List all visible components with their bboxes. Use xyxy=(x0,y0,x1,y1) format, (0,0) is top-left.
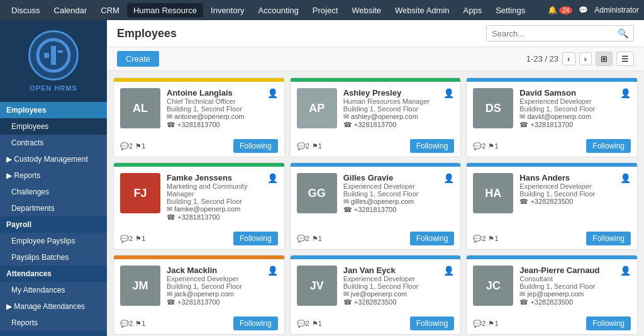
sidebar-item-payslips-batches[interactable]: Payslips Batches xyxy=(0,249,107,266)
following-button[interactable]: Following xyxy=(586,139,631,153)
search-input[interactable] xyxy=(487,26,613,41)
card-body: AP Ashley Presley Human Resources Manage… xyxy=(291,82,461,135)
employee-row: AL Antoine Langlais Chief Technical Offi… xyxy=(113,77,638,157)
card-avatar: FJ xyxy=(120,173,160,213)
alert-count: ⚑1 xyxy=(135,320,145,328)
card-body: DS David Samson Experienced Developer Bu… xyxy=(467,82,637,135)
card-stats: 💬2 ⚑1 xyxy=(473,235,498,243)
sidebar-item-employee-payslips[interactable]: Employee Payslips xyxy=(0,233,107,249)
card-info: Hans Anders Experienced Developer Buildi… xyxy=(519,173,614,221)
sidebar: OPEN HRMS EmployeesEmployeesContracts▶ C… xyxy=(0,20,107,336)
card-location: Building 1, Second Floor xyxy=(167,283,261,290)
employee-card[interactable]: HA Hans Anders Experienced Developer Bui… xyxy=(466,162,638,250)
prev-page-button[interactable]: ‹ xyxy=(562,52,575,65)
card-stats: 💬2 ⚑1 xyxy=(297,320,322,328)
following-button[interactable]: Following xyxy=(410,139,455,153)
card-footer: 💬2 ⚑1 Following xyxy=(114,228,284,249)
card-stats: 💬2 ⚑1 xyxy=(120,235,145,243)
card-phone: ☎ +3281813700 xyxy=(519,121,614,129)
card-avatar: AP xyxy=(297,88,337,128)
admin-label[interactable]: Administrator xyxy=(594,6,639,14)
card-footer: 💬2 ⚑1 Following xyxy=(291,228,461,249)
chat-count: 💬2 xyxy=(120,142,133,150)
card-phone: ☎ +3281813700 xyxy=(343,121,438,129)
sidebar-item-employees[interactable]: Employees xyxy=(0,118,107,135)
logo-svg xyxy=(35,36,72,74)
card-name: Gilles Gravie xyxy=(343,173,438,182)
card-role: Experienced Developer xyxy=(167,275,261,283)
sidebar-item-custody-management[interactable]: ▶ Custody Management xyxy=(0,151,107,167)
svg-rect-2 xyxy=(44,53,49,58)
card-info: Jean-Pierre Carnaud Consultant Building … xyxy=(519,266,614,306)
chat-count: 💬2 xyxy=(297,142,309,150)
nav-item-calendar[interactable]: Calendar xyxy=(48,3,94,18)
card-role: Consultant xyxy=(519,275,614,283)
sidebar-section-payroll[interactable]: Payroll xyxy=(0,216,107,233)
following-button[interactable]: Following xyxy=(233,316,278,330)
person-icon: 👤 xyxy=(267,266,278,306)
card-role: Experienced Developer xyxy=(343,275,438,283)
employee-card[interactable]: AL Antoine Langlais Chief Technical Offi… xyxy=(113,77,285,157)
following-button[interactable]: Following xyxy=(586,316,631,330)
sidebar-section-leaves[interactable]: Leaves xyxy=(0,331,107,336)
following-button[interactable]: Following xyxy=(586,232,631,245)
sidebar-item-my-attendances[interactable]: My Attendances xyxy=(0,282,107,298)
following-button[interactable]: Following xyxy=(410,232,455,245)
list-view-button[interactable]: ☰ xyxy=(616,52,634,66)
nav-item-project[interactable]: Project xyxy=(306,3,344,18)
notif-badge: 24 xyxy=(559,6,572,14)
grid-view-button[interactable]: ⊞ xyxy=(596,52,613,66)
card-footer: 💬2 ⚑1 Following xyxy=(114,313,284,334)
alert-count: ⚑1 xyxy=(312,320,322,328)
sidebar-item-manage-attendances[interactable]: ▶ Manage Attendances xyxy=(0,298,107,315)
card-phone: ☎ +3281813700 xyxy=(167,121,261,129)
card-avatar: JM xyxy=(120,266,160,306)
next-page-button[interactable]: › xyxy=(579,52,592,65)
employee-card[interactable]: JM Jack Macklin Experienced Developer Bu… xyxy=(113,255,285,335)
nav-item-accounting[interactable]: Accounting xyxy=(252,3,305,18)
card-email: ✉ jack@openerp.com xyxy=(167,290,261,298)
card-phone: ☎ +3282823500 xyxy=(343,298,438,306)
employee-card[interactable]: FJ Famke Jenssens Marketing and Communit… xyxy=(113,162,285,250)
sidebar-item-contracts[interactable]: Contracts xyxy=(0,135,107,151)
nav-item-human-resource[interactable]: Human Resource xyxy=(127,3,203,18)
pagination: 1-23 / 23 ‹ › ⊞ ☰ xyxy=(526,52,634,66)
bell-icon[interactable]: 🔔 24 xyxy=(548,6,572,14)
nav-item-inventory[interactable]: Inventory xyxy=(204,3,250,18)
card-location: Building 1, Second Floor xyxy=(343,283,438,290)
create-button[interactable]: Create xyxy=(117,51,159,67)
nav-item-website-admin[interactable]: Website Admin xyxy=(389,3,455,18)
person-icon: 👤 xyxy=(443,266,454,306)
card-name: Famke Jenssens xyxy=(167,173,261,182)
alert-count: ⚑1 xyxy=(488,235,498,243)
sidebar-item-challenges[interactable]: Challenges xyxy=(0,184,107,200)
chat-count: 💬2 xyxy=(473,320,486,328)
nav-item-crm[interactable]: CRM xyxy=(94,3,126,18)
sidebar-item-departments[interactable]: Departments xyxy=(0,200,107,216)
card-location: Building 1, Second Floor xyxy=(343,190,438,198)
card-footer: 💬2 ⚑1 Following xyxy=(467,313,637,334)
chat-icon[interactable]: 💬 xyxy=(579,6,588,14)
card-name: Jean-Pierre Carnaud xyxy=(519,266,614,275)
following-button[interactable]: Following xyxy=(233,139,278,153)
sidebar-section-attendances[interactable]: Attendances xyxy=(0,266,107,282)
search-button[interactable]: 🔍 xyxy=(613,26,633,41)
card-avatar: JV xyxy=(297,266,337,306)
following-button[interactable]: Following xyxy=(410,316,455,330)
employee-card[interactable]: AP Ashley Presley Human Resources Manage… xyxy=(290,77,462,157)
alert-count: ⚑1 xyxy=(135,235,145,243)
nav-item-discuss[interactable]: Discuss xyxy=(5,3,47,18)
employee-card[interactable]: JV Jan Van Eyck Experienced Developer Bu… xyxy=(290,255,462,335)
main-content: Employees 🔍 Create 1-23 / 23 ‹ › ⊞ ☰ A xyxy=(107,20,644,336)
nav-item-apps[interactable]: Apps xyxy=(457,3,489,18)
employee-card[interactable]: JC Jean-Pierre Carnaud Consultant Buildi… xyxy=(466,255,638,335)
employee-card[interactable]: DS David Samson Experienced Developer Bu… xyxy=(466,77,638,157)
sidebar-item-reports[interactable]: ▶ Reports xyxy=(0,167,107,184)
sidebar-section-employees[interactable]: Employees xyxy=(0,102,107,118)
nav-item-settings[interactable]: Settings xyxy=(489,3,531,18)
nav-item-website[interactable]: Website xyxy=(345,3,387,18)
sidebar-item-reports[interactable]: Reports xyxy=(0,315,107,331)
following-button[interactable]: Following xyxy=(233,232,278,245)
employee-card[interactable]: GG Gilles Gravie Experienced Developer B… xyxy=(290,162,462,250)
card-body: FJ Famke Jenssens Marketing and Communit… xyxy=(114,167,284,228)
